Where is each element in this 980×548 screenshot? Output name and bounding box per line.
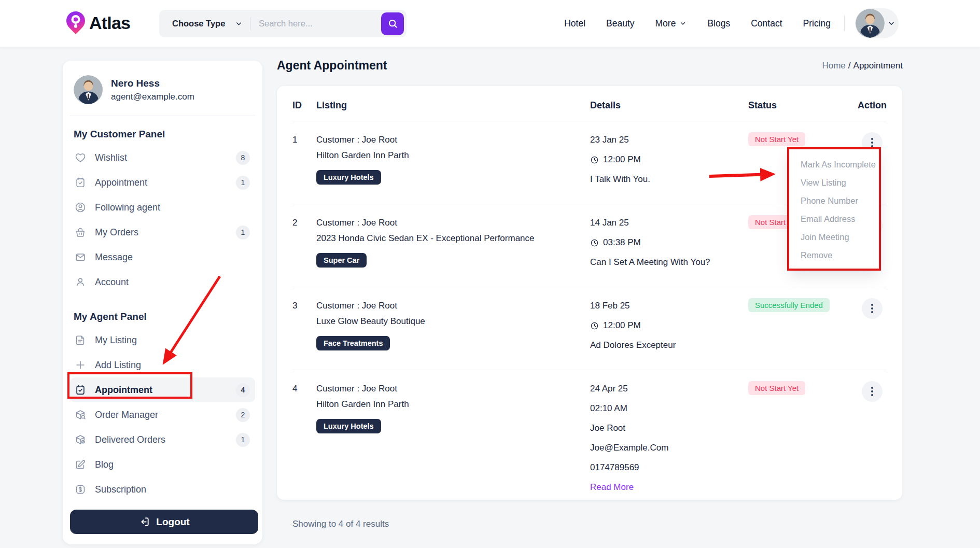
row-customer: Customer : Joe Root <box>316 381 590 397</box>
sidebar-item-account[interactable]: Account <box>70 270 255 294</box>
count-badge: 1 <box>236 433 250 447</box>
sidebar-item-message[interactable]: Message <box>70 245 255 270</box>
nav-link-pricing[interactable]: Pricing <box>803 18 831 29</box>
row-time: 03:38 PM <box>590 235 748 250</box>
sidebar-item-subscription[interactable]: Subscription <box>70 477 255 502</box>
row-listing-title: Luxe Glow Beauty Boutique <box>316 314 590 329</box>
clipboard-check-icon <box>75 384 86 396</box>
row-id: 3 <box>292 298 316 314</box>
chevron-down-icon <box>887 19 895 27</box>
menu-item-view-listing[interactable]: View Listing <box>801 174 879 192</box>
status-badge: Not Start Yet <box>748 381 805 395</box>
brand-name: Atlas <box>89 13 130 33</box>
sidebar-item-my-listing[interactable]: My Listing <box>70 328 255 353</box>
breadcrumb: Home/Appointment <box>822 61 903 71</box>
column-header-listing: Listing <box>316 100 590 111</box>
category-badge: Face Treatments <box>316 336 390 350</box>
row-actions-button[interactable] <box>862 381 883 402</box>
sidebar-profile: Nero Hess agent@example.com <box>70 74 255 116</box>
nav-link-more-label: More <box>655 18 676 29</box>
row-note: I Talk With You. <box>590 172 748 187</box>
logout-button[interactable]: Logout <box>70 510 258 534</box>
brand-logo[interactable]: Atlas <box>66 11 130 35</box>
avatar <box>74 75 103 104</box>
nav-link-hotel[interactable]: Hotel <box>564 18 585 29</box>
row-listing-title: Hilton Garden Inn Parth <box>316 148 590 163</box>
document-icon <box>75 334 86 346</box>
nav-link-blogs[interactable]: Blogs <box>707 18 730 29</box>
basket-icon <box>75 227 86 238</box>
sidebar-item-label: Subscription <box>95 484 250 495</box>
row-date: 23 Jan 25 <box>590 132 748 148</box>
menu-item-remove[interactable]: Remove <box>801 246 879 264</box>
sidebar-item-wishlist[interactable]: Wishlist 8 <box>70 145 255 170</box>
row-date: 24 Apr 25 <box>590 381 748 397</box>
logout-icon <box>138 516 150 528</box>
category-badge: Luxury Hotels <box>316 419 381 433</box>
clock-icon <box>590 238 599 247</box>
top-navbar: Atlas Choose Type Hotel Beauty More Blog… <box>0 0 980 47</box>
annotation-box-action-menu: Mark As Incomplete View Listing Phone Nu… <box>787 147 881 271</box>
sidebar-item-appointment-customer[interactable]: Appointment 1 <box>70 170 255 195</box>
avatar <box>856 9 885 38</box>
nav-link-contact[interactable]: Contact <box>751 18 782 29</box>
dollar-icon <box>75 484 86 495</box>
sidebar-item-label: My Orders <box>95 227 236 238</box>
row-date: 18 Feb 25 <box>590 298 748 314</box>
sidebar-item-label: Appointment <box>95 177 236 188</box>
table-row: 3 Customer : Joe Root Luxe Glow Beauty B… <box>292 287 887 370</box>
row-time-value: 03:38 PM <box>603 235 641 250</box>
row-contact-email: Joe@Example.Com <box>590 440 748 456</box>
breadcrumb-home[interactable]: Home <box>822 61 845 71</box>
plus-icon <box>75 359 86 371</box>
menu-item-mark-as-incomplete[interactable]: Mark As Incomplete <box>801 156 879 174</box>
row-actions-menu: Mark As Incomplete View Listing Phone Nu… <box>789 149 879 269</box>
count-badge: 1 <box>236 176 250 190</box>
search-input[interactable] <box>250 19 381 29</box>
status-badge: Not Start Yet <box>748 132 805 146</box>
nav-link-more[interactable]: More <box>655 18 687 29</box>
pen-icon <box>75 459 86 470</box>
row-date: 14 Jan 25 <box>590 215 748 231</box>
sidebar-item-delivered-orders[interactable]: Delivered Orders 1 <box>70 427 255 452</box>
table-header: ID Listing Details Status Action <box>292 86 887 121</box>
choose-type-dropdown[interactable]: Choose Type <box>159 19 250 29</box>
sidebar-item-label: Message <box>95 252 250 263</box>
user-name: Nero Hess <box>111 78 194 89</box>
box-check-icon <box>75 434 86 445</box>
menu-item-phone-number[interactable]: Phone Number <box>801 192 879 210</box>
menu-item-email-address[interactable]: Email Address <box>801 210 879 228</box>
row-note: Can I Set A Meeting With You? <box>590 255 748 270</box>
column-header-status: Status <box>748 100 858 111</box>
row-listing-title: Hilton Garden Inn Parth <box>316 397 590 412</box>
sidebar-item-following-agent[interactable]: Following agent <box>70 195 255 220</box>
menu-item-join-meeting[interactable]: Join Meeting <box>801 228 879 246</box>
read-more-link[interactable]: Read More <box>590 480 748 495</box>
sidebar-item-my-orders[interactable]: My Orders 1 <box>70 220 255 245</box>
section-title-agent-panel: My Agent Panel <box>74 311 255 322</box>
row-contact-phone: 0174789569 <box>590 460 748 475</box>
atlas-pin-icon <box>66 11 86 35</box>
sidebar-item-add-listing[interactable]: Add Listing <box>70 353 255 377</box>
section-title-customer-panel: My Customer Panel <box>74 129 255 140</box>
column-header-details: Details <box>590 100 748 111</box>
row-actions-button[interactable] <box>862 298 883 319</box>
search-button[interactable] <box>381 12 404 35</box>
account-sidebar: Nero Hess agent@example.com My Customer … <box>63 61 262 544</box>
sidebar-item-label: Blog <box>95 459 250 470</box>
page-title: Agent Appointment <box>277 59 387 73</box>
count-badge: 8 <box>236 151 250 165</box>
nav-links: Hotel Beauty More Blogs Contact Pricing <box>564 18 831 29</box>
row-id: 1 <box>292 132 316 148</box>
nav-link-beauty[interactable]: Beauty <box>606 18 634 29</box>
sidebar-item-appointment-agent[interactable]: Appointment 4 <box>70 377 255 402</box>
sidebar-item-blog[interactable]: Blog <box>70 452 255 477</box>
row-time: 12:00 PM <box>590 318 748 333</box>
sidebar-item-order-manager[interactable]: Order Manager 2 <box>70 402 255 427</box>
user-menu[interactable] <box>855 8 899 38</box>
breadcrumb-current: Appointment <box>853 61 903 71</box>
search-icon <box>387 18 398 29</box>
user-circle-icon <box>75 202 86 213</box>
row-customer: Customer : Joe Root <box>316 215 590 231</box>
sidebar-item-label: Appointment <box>95 385 236 396</box>
